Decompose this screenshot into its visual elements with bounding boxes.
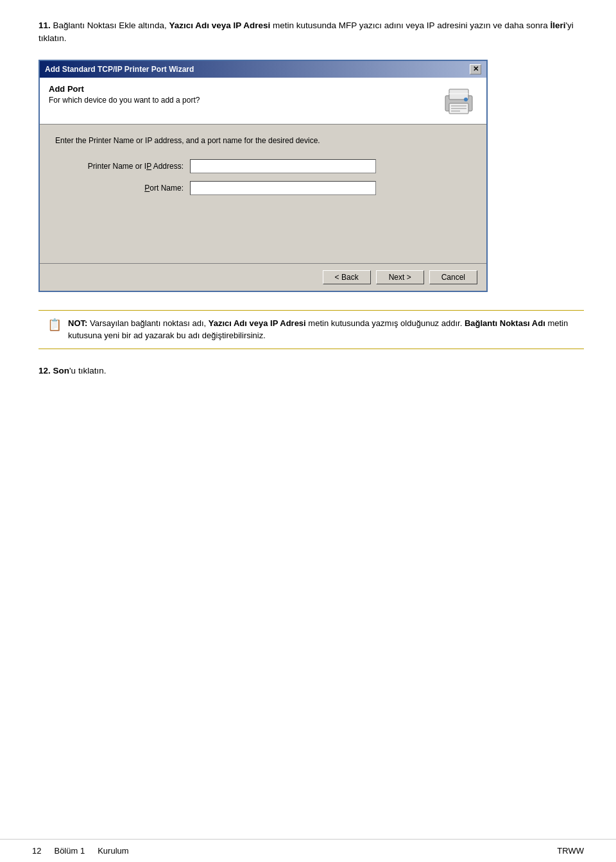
footer-left: 12 Bölüm 1 Kurulum bbox=[32, 846, 129, 856]
svg-rect-5 bbox=[451, 110, 460, 112]
printer-icon bbox=[440, 84, 477, 117]
dialog-content: Enter the Printer Name or IP address, an… bbox=[40, 125, 486, 212]
port-name-label: Port Name: bbox=[62, 184, 190, 193]
svg-rect-3 bbox=[451, 105, 466, 107]
page-content: 11. Bağlantı Noktası Ekle altında, Yazıc… bbox=[0, 0, 616, 416]
svg-rect-7 bbox=[449, 93, 468, 94]
dialog-body: Add Port For which device do you want to… bbox=[40, 78, 486, 291]
footer-section-title: Kurulum bbox=[98, 846, 128, 856]
form-row-1: Printer Name or IP Address: bbox=[62, 159, 465, 173]
page-footer: 12 Bölüm 1 Kurulum TRWW bbox=[0, 839, 616, 862]
step-12-text: 12. Son'u tıklatın. bbox=[38, 365, 584, 377]
dialog-header-title: Add Port bbox=[49, 84, 440, 94]
printer-name-input[interactable] bbox=[190, 159, 376, 173]
port-name-input[interactable] bbox=[190, 181, 376, 195]
step-11-text-before-bold1: Bağlantı Noktası Ekle altında, bbox=[53, 21, 169, 30]
cancel-button[interactable]: Cancel bbox=[429, 270, 477, 284]
printer-name-label-text: Printer Name or IP Address: bbox=[88, 162, 184, 171]
note-icon: 📋 bbox=[47, 318, 62, 332]
next-button[interactable]: Next > bbox=[376, 270, 424, 284]
step-12-number: 12. bbox=[38, 366, 51, 375]
dialog-header-section: Add Port For which device do you want to… bbox=[40, 78, 486, 125]
dialog-header-subtitle: For which device do you want to add a po… bbox=[49, 96, 440, 105]
footer-section: Bölüm 1 bbox=[54, 846, 85, 856]
step-11-number: 11. bbox=[38, 21, 51, 30]
note-text: NOT: Varsayılan bağlantı noktası adı, Ya… bbox=[68, 317, 575, 342]
dialog-wrapper: Add Standard TCP/IP Printer Port Wizard … bbox=[38, 60, 584, 292]
step-12-bold1: Son bbox=[53, 366, 70, 375]
dialog-window: Add Standard TCP/IP Printer Port Wizard … bbox=[38, 60, 488, 292]
dialog-footer: < Back Next > Cancel bbox=[40, 263, 486, 291]
back-button[interactable]: < Back bbox=[323, 270, 371, 284]
note-box: 📋 NOT: Varsayılan bağlantı noktası adı, … bbox=[38, 310, 584, 349]
step-11-text: 11. Bağlantı Noktası Ekle altında, Yazıc… bbox=[38, 19, 584, 46]
svg-rect-4 bbox=[451, 108, 466, 109]
step-12-suffix: 'u tıklatın. bbox=[69, 366, 106, 375]
dialog-titlebar: Add Standard TCP/IP Printer Port Wizard … bbox=[40, 61, 486, 78]
footer-right-text: TRWW bbox=[557, 846, 584, 856]
note-bold2: Bağlantı Noktası Adı bbox=[465, 318, 545, 328]
dialog-form: Printer Name or IP Address: Port Name: bbox=[55, 159, 471, 195]
svg-point-6 bbox=[464, 98, 468, 101]
step-11-bold1: Yazıcı Adı veya IP Adresi bbox=[169, 21, 270, 30]
note-label: NOT: bbox=[68, 318, 87, 328]
step-11-bold2: İleri bbox=[551, 21, 566, 30]
dialog-title: Add Standard TCP/IP Printer Port Wizard bbox=[45, 65, 194, 74]
note-text-before-bold1: Varsayılan bağlantı noktası adı, bbox=[87, 318, 208, 328]
dialog-header-text: Add Port For which device do you want to… bbox=[49, 84, 440, 105]
footer-page-number: 12 bbox=[32, 846, 41, 856]
printer-name-label: Printer Name or IP Address: bbox=[62, 162, 190, 171]
form-row-2: Port Name: bbox=[62, 181, 465, 195]
port-name-label-text: Port Name: bbox=[144, 184, 184, 193]
note-text-mid1: metin kutusunda yazmış olduğunuz addır. bbox=[306, 318, 465, 328]
note-bold1: Yazıcı Adı veya IP Adresi bbox=[209, 318, 306, 328]
step-11-text-mid1: metin kutusunda MFP yazıcı adını veya IP… bbox=[270, 21, 550, 30]
dialog-close-button[interactable]: ✕ bbox=[470, 64, 481, 74]
dialog-instruction: Enter the Printer Name or IP address, an… bbox=[55, 136, 471, 145]
